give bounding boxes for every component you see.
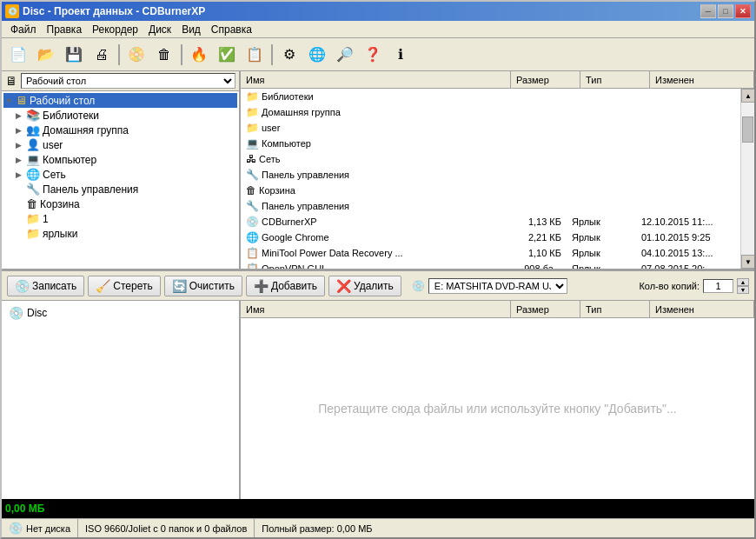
tree-expand-network[interactable]: ▶ <box>16 170 26 179</box>
toolbar-print[interactable]: 🖨 <box>89 42 115 68</box>
control-icon: 🔧 <box>26 183 40 196</box>
file-row[interactable]: 🔧 Панель управления <box>241 198 740 214</box>
toolbar-new[interactable]: 📄 <box>5 42 31 68</box>
tree-item-network[interactable]: ▶ 🌐 Сеть <box>3 167 237 182</box>
toolbar-sep-3 <box>271 44 273 65</box>
file-row[interactable]: 📋 OpenVPN GUI 908 ба... Ярлык 07.08.2015… <box>241 261 740 269</box>
tree-item-control[interactable]: 🔧 Панель управления <box>3 182 237 196</box>
menu-disc[interactable]: Диск <box>143 22 176 37</box>
menu-edit[interactable]: Правка <box>42 22 88 37</box>
toolbar-settings[interactable]: ⚙ <box>276 42 302 68</box>
scroll-up-arrow[interactable]: ▲ <box>741 89 754 103</box>
toolbar-save[interactable]: 💾 <box>61 42 87 68</box>
delete-button[interactable]: ❌ Удалить <box>328 276 401 296</box>
files-pane: Имя Размер Тип Изменен <box>241 71 754 269</box>
copies-down[interactable]: ▼ <box>737 286 749 294</box>
menu-view[interactable]: Вид <box>176 22 206 37</box>
file-row[interactable]: 🗑 Корзина <box>241 183 740 198</box>
homegroup-icon: 👥 <box>26 123 40 136</box>
file-row[interactable]: 🔧 Панель управления <box>241 167 740 183</box>
tree-item-desktop[interactable]: ▼ 🖥 Рабочий стол <box>3 93 237 108</box>
disc-col-type[interactable]: Тип <box>580 301 650 317</box>
file-icon: 📁 <box>246 106 259 118</box>
tree-expand-computer[interactable]: ▶ <box>16 156 26 164</box>
folder-one-icon: 📁 <box>26 212 40 225</box>
copies-up[interactable]: ▲ <box>737 278 749 286</box>
disc-files-header: Имя Размер Тип Изменен <box>241 301 754 318</box>
file-row[interactable]: 📋 MiniTool Power Data Recovery ... 1,10 … <box>241 245 740 261</box>
disc-files-pane: Имя Размер Тип Изменен Перетащите сюда ф… <box>241 301 754 499</box>
clear-button[interactable]: 🔄 Очистить <box>164 276 242 296</box>
copies-input[interactable] <box>703 279 733 293</box>
maximize-button[interactable]: □ <box>718 4 733 18</box>
close-button[interactable]: ✕ <box>735 4 751 18</box>
disc-col-modified[interactable]: Изменен <box>650 301 754 317</box>
computer-icon: 💻 <box>26 153 40 166</box>
tree-expand-homegroup[interactable]: ▶ <box>16 126 26 135</box>
disc-tree-item[interactable]: 💿 Disc <box>5 304 235 322</box>
clear-icon: 🔄 <box>172 279 187 293</box>
toolbar-open[interactable]: 📂 <box>33 42 59 68</box>
file-row[interactable]: 📁 Домашняя группа <box>241 104 740 120</box>
col-header-type[interactable]: Тип <box>580 71 650 88</box>
files-header: Имя Размер Тип Изменен <box>241 71 754 89</box>
drive-dropdown[interactable]: E: MATSHITA DVD-RAM UJ8G( <box>428 278 567 294</box>
col-header-modified[interactable]: Изменен <box>650 71 754 88</box>
tree-expand-desktop[interactable]: ▼ <box>5 96 16 105</box>
col-header-name[interactable]: Имя <box>241 71 511 88</box>
tree-expand-libraries[interactable]: ▶ <box>16 111 26 120</box>
scroll-thumb[interactable] <box>742 116 753 143</box>
window-title: Disc - Проект данных - CDBurnerXP <box>23 5 205 17</box>
file-row[interactable]: 🖧 Сеть <box>241 151 740 167</box>
copies-label: Кол-во копий: <box>639 281 700 291</box>
erase-icon: 🧹 <box>96 279 110 293</box>
toolbar-burn[interactable]: 🔥 <box>186 42 212 68</box>
status-size: Полный размер: 0,00 МБ <box>255 519 379 537</box>
scroll-down-arrow[interactable]: ▼ <box>741 255 754 269</box>
toolbar-copy-disc[interactable]: 📀 <box>123 42 149 68</box>
menu-recorder[interactable]: Рекордер <box>87 22 143 37</box>
tree-expand-user[interactable]: ▶ <box>16 141 26 150</box>
toolbar-question[interactable]: ❓ <box>360 42 386 68</box>
file-row[interactable]: 📁 user <box>241 120 740 136</box>
file-icon: 💿 <box>246 216 259 228</box>
copies-control: Кол-во копий: ▲ ▼ <box>639 278 749 294</box>
tree-dropdown[interactable]: Рабочий стол <box>21 73 235 89</box>
status-disc: 💿 Нет диска <box>2 519 78 537</box>
menu-file[interactable]: Файл <box>5 22 42 37</box>
tree-item-one[interactable]: 📁 1 <box>3 211 237 226</box>
shortcuts-icon: 📁 <box>26 227 40 240</box>
burn-button[interactable]: 💿 Записать <box>7 276 84 296</box>
tree-item-homegroup[interactable]: ▶ 👥 Домашняя группа <box>3 123 237 137</box>
toolbar-search[interactable]: 🔎 <box>332 42 358 68</box>
file-icon: 📋 <box>246 247 259 259</box>
file-row[interactable]: 💻 Компьютер <box>241 136 740 151</box>
tree-item-computer[interactable]: ▶ 💻 Компьютер <box>3 152 237 167</box>
toolbar-erase[interactable]: 🗑 <box>151 42 177 68</box>
main-window: 💿 Disc - Проект данных - CDBurnerXP ─ □ … <box>0 0 756 539</box>
col-header-size[interactable]: Размер <box>511 71 580 88</box>
file-icon: 🔧 <box>246 200 259 212</box>
toolbar-copy[interactable]: 📋 <box>242 42 268 68</box>
file-row[interactable]: 🌐 Google Chrome 2,21 КБ Ярлык 01.10.2015… <box>241 230 740 245</box>
tree-item-recycle[interactable]: 🗑 Корзина <box>3 196 237 211</box>
files-scrollbar[interactable]: ▲ ▼ <box>740 89 754 269</box>
minimize-button[interactable]: ─ <box>700 4 716 18</box>
tree-item-shortcuts[interactable]: 📁 ярлыки <box>3 226 237 241</box>
disc-col-size[interactable]: Размер <box>511 301 580 317</box>
delete-icon: ❌ <box>336 279 351 293</box>
menu-help[interactable]: Справка <box>206 22 257 37</box>
tree-item-libraries[interactable]: ▶ 📚 Библиотеки <box>3 108 237 123</box>
erase-button[interactable]: 🧹 Стереть <box>88 276 160 296</box>
status-bar: 💿 Нет диска ISO 9660/Joliet с 0 папок и … <box>2 518 754 537</box>
tree-item-user[interactable]: ▶ 👤 user <box>3 137 237 152</box>
file-row[interactable]: 📁 Библиотеки <box>241 89 740 104</box>
add-button[interactable]: ➕ Добавить <box>246 276 325 296</box>
toolbar-network[interactable]: 🌐 <box>304 42 330 68</box>
file-row[interactable]: 💿 CDBurnerXP 1,13 КБ Ярлык 12.10.2015 11… <box>241 214 740 230</box>
progress-text: 0,00 МБ <box>5 502 44 515</box>
toolbar-verify[interactable]: ✅ <box>214 42 240 68</box>
burn-icon: 💿 <box>15 279 30 293</box>
toolbar-info[interactable]: ℹ <box>388 42 414 68</box>
disc-col-name[interactable]: Имя <box>241 301 511 317</box>
